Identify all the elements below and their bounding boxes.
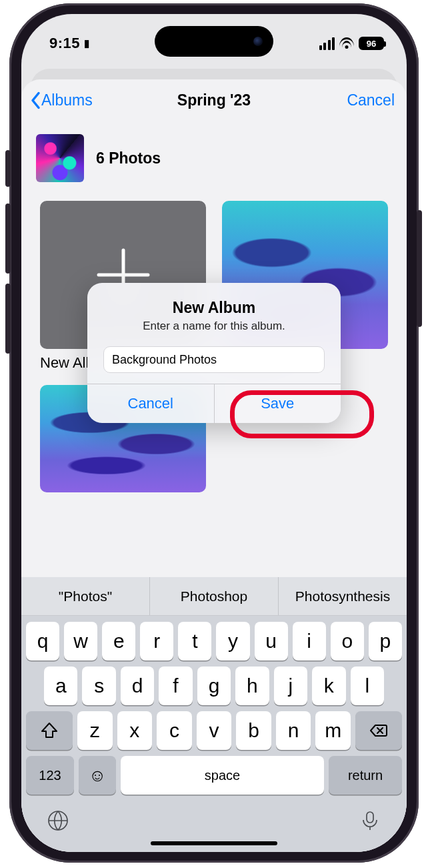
key-f[interactable]: f [159, 667, 192, 705]
side-button-vol-down [5, 284, 11, 354]
phone-frame: 9:15 ▮ 96 Albums Spring '23 [9, 3, 419, 863]
key-e[interactable]: e [102, 622, 135, 661]
alert-save-button[interactable]: Save [214, 384, 341, 423]
key-j[interactable]: j [274, 667, 307, 705]
key-c[interactable]: c [157, 711, 192, 750]
backspace-icon [369, 721, 388, 740]
key-z[interactable]: z [77, 711, 113, 750]
prediction-2[interactable]: Photosynthesis [278, 577, 407, 615]
key-x[interactable]: x [117, 711, 153, 750]
key-a[interactable]: a [44, 667, 77, 705]
cellular-icon [319, 37, 335, 50]
key-y[interactable]: y [216, 622, 249, 661]
keyboard: "Photos" Photoshop Photosynthesis q w e … [21, 577, 407, 852]
key-space[interactable]: space [121, 756, 324, 795]
prediction-1[interactable]: Photoshop [149, 577, 278, 615]
key-row-3: z x c v b n m [21, 705, 407, 750]
side-button-vol-up [5, 203, 11, 274]
key-row-2: a s d f g h j k l [21, 661, 407, 705]
key-return[interactable]: return [329, 756, 402, 795]
key-p[interactable]: p [369, 622, 402, 661]
emoji-icon: ☺ [89, 765, 107, 786]
key-s[interactable]: s [82, 667, 115, 705]
key-m[interactable]: m [315, 711, 351, 750]
screen: 9:15 ▮ 96 Albums Spring '23 [21, 14, 407, 852]
add-to-album-sheet: Albums Spring '23 Cancel 6 Photos New Al… [21, 79, 407, 852]
key-g[interactable]: g [197, 667, 231, 705]
key-t[interactable]: t [178, 622, 211, 661]
status-bar: 9:15 ▮ 96 [21, 30, 407, 57]
alert-cancel-button[interactable]: Cancel [87, 384, 214, 423]
home-indicator[interactable] [151, 841, 277, 845]
status-time: 9:15 ▮ [49, 35, 90, 52]
key-l[interactable]: l [351, 667, 384, 705]
key-row-4: 123 ☺ space return [21, 750, 407, 795]
wifi-icon [339, 37, 354, 49]
key-123[interactable]: 123 [26, 756, 74, 795]
key-w[interactable]: w [64, 622, 97, 661]
key-d[interactable]: d [121, 667, 154, 705]
svg-rect-1 [367, 812, 373, 823]
battery-pct: 96 [359, 37, 384, 50]
key-q[interactable]: q [26, 622, 59, 661]
key-u[interactable]: u [255, 622, 288, 661]
alert-message: Enter a name for this album. [101, 320, 327, 333]
key-emoji[interactable]: ☺ [79, 756, 116, 795]
key-n[interactable]: n [276, 711, 311, 750]
battery-icon: 96 [359, 37, 384, 50]
album-name-input[interactable] [103, 346, 325, 373]
side-button-silence [5, 150, 11, 187]
globe-icon[interactable] [47, 809, 69, 832]
key-h[interactable]: h [235, 667, 269, 705]
key-o[interactable]: o [331, 622, 364, 661]
key-k[interactable]: k [312, 667, 345, 705]
prediction-0[interactable]: "Photos" [21, 577, 149, 615]
key-r[interactable]: r [140, 622, 173, 661]
side-button-power [417, 210, 422, 327]
shift-icon [40, 721, 59, 740]
key-row-1: q w e r t y u i o p [21, 616, 407, 661]
key-b[interactable]: b [236, 711, 271, 750]
key-shift[interactable] [26, 711, 73, 750]
key-i[interactable]: i [293, 622, 326, 661]
dictation-icon[interactable] [359, 809, 381, 832]
keyboard-footer [21, 795, 407, 832]
key-v[interactable]: v [197, 711, 232, 750]
key-backspace[interactable] [355, 711, 402, 750]
alert-title: New Album [101, 299, 327, 317]
orientation-lock-icon: ▮ [84, 37, 90, 49]
prediction-bar: "Photos" Photoshop Photosynthesis [21, 577, 407, 616]
clock-text: 9:15 [49, 35, 80, 52]
new-album-alert: New Album Enter a name for this album. C… [87, 283, 341, 423]
